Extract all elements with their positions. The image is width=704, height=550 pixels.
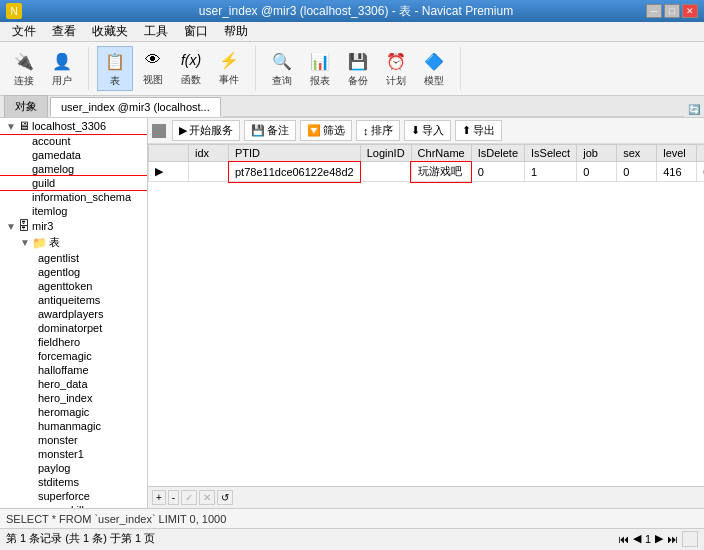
halloffame-label: halloffame	[38, 364, 89, 376]
col-header-level[interactable]: level	[657, 145, 697, 162]
server-icon: 🖥	[18, 119, 30, 133]
menu-file[interactable]: 文件	[4, 21, 44, 42]
maximize-button[interactable]: □	[664, 4, 680, 18]
col-header-job[interactable]: job	[577, 145, 617, 162]
col-header-ptid[interactable]: PTID	[229, 145, 361, 162]
start-label: 开始服务	[189, 123, 233, 138]
export-btn[interactable]: ⬆ 导出	[455, 120, 502, 141]
sidebar-item-agentlist[interactable]: agentlist	[0, 251, 147, 265]
grid-view-icon[interactable]	[682, 531, 698, 547]
toolbar-report-button[interactable]: 📊 报表	[302, 47, 338, 90]
sidebar-item-awardplayers[interactable]: awardplayers	[0, 307, 147, 321]
nav-refresh-button[interactable]: ↺	[217, 490, 233, 505]
col-header-exp[interactable]: Exp	[697, 145, 704, 162]
toolbar-model-button[interactable]: 🔷 模型	[416, 47, 452, 90]
cell-isdelete[interactable]: 0	[471, 162, 524, 182]
tab-query[interactable]: user_index @mir3 (localhost...	[50, 97, 221, 117]
sidebar-item-monster1[interactable]: monster1	[0, 447, 147, 461]
nav-prev-button[interactable]: ◀	[633, 532, 641, 545]
menu-help[interactable]: 帮助	[216, 21, 256, 42]
sort-label: 排序	[371, 123, 393, 138]
col-header-isselect[interactable]: IsSelect	[525, 145, 577, 162]
nav-last-button[interactable]: ⏭	[667, 533, 678, 545]
toolbar-schedule-button[interactable]: ⏰ 计划	[378, 47, 414, 90]
sidebar-item-paylog[interactable]: paylog	[0, 461, 147, 475]
col-header-chrname[interactable]: ChrName	[411, 145, 471, 162]
menu-window[interactable]: 窗口	[176, 21, 216, 42]
cell-sex[interactable]: 0	[617, 162, 657, 182]
model-label: 模型	[424, 74, 444, 88]
col-header-loginid[interactable]: LoginID	[360, 145, 411, 162]
toolbar-event-button[interactable]: ⚡ 事件	[211, 46, 247, 91]
sidebar-item-hero-index[interactable]: hero_index	[0, 391, 147, 405]
db-icon: 🗄	[18, 219, 30, 233]
cell-job[interactable]: 0	[577, 162, 617, 182]
menu-view[interactable]: 查看	[44, 21, 84, 42]
sql-text: SELECT * FROM `user_index` LIMIT 0, 1000	[6, 513, 226, 525]
toolbar-connect-button[interactable]: 🔌 连接	[6, 47, 42, 90]
backup-btn[interactable]: 💾 备注	[244, 120, 296, 141]
sidebar-item-information-schema[interactable]: information_schema	[0, 190, 147, 204]
start-service-button[interactable]: ▶ 开始服务	[172, 120, 240, 141]
cell-chrname[interactable]: 玩游戏吧	[411, 162, 471, 182]
sort-btn[interactable]: ↕ 排序	[356, 120, 400, 141]
model-icon: 🔷	[422, 49, 446, 73]
sidebar-item-itemlog[interactable]: itemlog	[0, 204, 147, 218]
sidebar-item-stditems[interactable]: stditems	[0, 475, 147, 489]
nav-delete-button[interactable]: -	[168, 490, 179, 505]
toolbar-view-button[interactable]: 👁 视图	[135, 46, 171, 91]
view-icon: 👁	[141, 48, 165, 72]
sidebar-item-forcemagic[interactable]: forcemagic	[0, 349, 147, 363]
nav-tick-button[interactable]: ✓	[181, 490, 197, 505]
nav-next-button[interactable]: ▶	[655, 532, 663, 545]
tab-object[interactable]: 对象	[4, 95, 48, 117]
table-refresh-icon[interactable]: 🔄	[684, 102, 704, 117]
sidebar-item-hero-data[interactable]: hero_data	[0, 377, 147, 391]
close-button[interactable]: ✕	[682, 4, 698, 18]
cell-idx[interactable]	[189, 162, 229, 182]
filter-btn[interactable]: 🔽 筛选	[300, 120, 352, 141]
sidebar-item-guild[interactable]: guild	[0, 176, 147, 190]
cell-ptid[interactable]: pt78e11dce06122e48d2	[229, 162, 361, 182]
sidebar-item-superforce[interactable]: superforce	[0, 489, 147, 503]
import-btn[interactable]: ⬇ 导入	[404, 120, 451, 141]
col-header-isdelete[interactable]: IsDelete	[471, 145, 524, 162]
sidebar-item-monster[interactable]: monster	[0, 433, 147, 447]
sidebar-item-tables-folder[interactable]: ▼ 📁 表	[0, 234, 147, 251]
col-header-idx[interactable]: idx	[189, 145, 229, 162]
toolbar-function-button[interactable]: f(x) 函数	[173, 46, 209, 91]
minimize-button[interactable]: ─	[646, 4, 662, 18]
nav-x-button[interactable]: ✕	[199, 490, 215, 505]
sidebar-item-localhost[interactable]: ▼ 🖥 localhost_3306	[0, 118, 147, 134]
sidebar-item-superskill[interactable]: superskill	[0, 503, 147, 508]
nav-add-button[interactable]: +	[152, 490, 166, 505]
sidebar-item-humanmagic[interactable]: humanmagic	[0, 419, 147, 433]
cell-exp[interactable]: 0	[697, 162, 704, 182]
sidebar-item-antiqueitems[interactable]: antiqueitems	[0, 293, 147, 307]
nav-first-button[interactable]: ⏮	[618, 533, 629, 545]
toolbar-table-button[interactable]: 📋 表	[97, 46, 133, 91]
sidebar-item-account[interactable]: account	[0, 134, 147, 148]
sidebar-item-gamelog[interactable]: gamelog	[0, 162, 147, 176]
sidebar-item-dominatorpet[interactable]: dominatorpet	[0, 321, 147, 335]
menu-tools[interactable]: 工具	[136, 21, 176, 42]
start-icon: ▶	[179, 124, 187, 137]
toolbar-user-button[interactable]: 👤 用户	[44, 47, 80, 90]
record-info: 第 1 条记录 (共 1 条) 于第 1 页	[6, 531, 155, 546]
sidebar-item-agenttoken[interactable]: agenttoken	[0, 279, 147, 293]
toolbar-backup-button[interactable]: 💾 备份	[340, 47, 376, 90]
nav-controls: ⏮ ◀ 1 ▶ ⏭	[618, 531, 698, 547]
cell-isselect[interactable]: 1	[525, 162, 577, 182]
table-row[interactable]: ▶ pt78e11dce06122e48d2 玩游戏吧 0 1 0 0 416 …	[149, 162, 705, 182]
cell-level[interactable]: 416	[657, 162, 697, 182]
sidebar-item-heromagic[interactable]: heromagic	[0, 405, 147, 419]
sidebar-item-halloffame[interactable]: halloffame	[0, 363, 147, 377]
sidebar-item-agentlog[interactable]: agentlog	[0, 265, 147, 279]
cell-loginid[interactable]	[360, 162, 411, 182]
menu-favorites[interactable]: 收藏夹	[84, 21, 136, 42]
toolbar-query-button[interactable]: 🔍 查询	[264, 47, 300, 90]
sidebar-item-fieldhero[interactable]: fieldhero	[0, 335, 147, 349]
sidebar-item-mir3[interactable]: ▼ 🗄 mir3	[0, 218, 147, 234]
col-header-sex[interactable]: sex	[617, 145, 657, 162]
sidebar-item-gamedata[interactable]: gamedata	[0, 148, 147, 162]
